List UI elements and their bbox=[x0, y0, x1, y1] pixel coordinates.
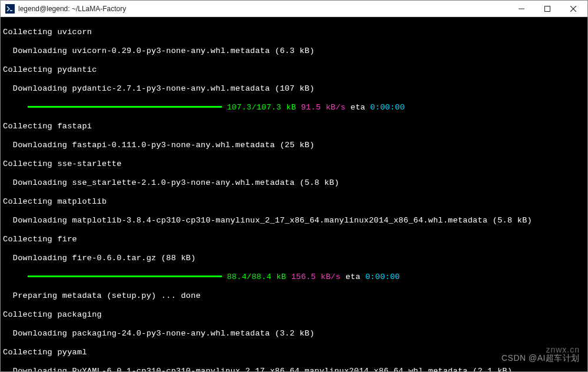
output-line: Downloading fastapi-0.111.0-py3-none-any… bbox=[3, 141, 585, 150]
output-line: Collecting matplotlib bbox=[3, 197, 585, 207]
eta-label: eta bbox=[346, 103, 370, 112]
output-line: Downloading uvicorn-0.29.0-py3-none-any.… bbox=[3, 46, 585, 56]
svg-rect-3 bbox=[545, 6, 550, 11]
progress-eta: 0:00:00 bbox=[370, 103, 405, 112]
eta-label: eta bbox=[341, 273, 366, 281]
svg-rect-0 bbox=[5, 4, 15, 14]
output-line: Preparing metadata (setup.py) ... done bbox=[3, 291, 585, 301]
terminal-output[interactable]: Collecting uvicorn Downloading uvicorn-0… bbox=[1, 17, 587, 371]
output-line: Collecting sse-starlette bbox=[3, 160, 585, 169]
output-line: Collecting pyyaml bbox=[3, 348, 585, 357]
progress-eta: 0:00:00 bbox=[366, 273, 400, 281]
progress-count: 107.3/107.3 kB bbox=[227, 103, 296, 112]
maximize-button[interactable] bbox=[534, 1, 560, 17]
output-line: Collecting fire bbox=[3, 235, 585, 244]
output-line: Collecting packaging bbox=[3, 310, 585, 320]
titlebar[interactable]: legend@legend: ~/LLaMA-Factory bbox=[1, 1, 587, 17]
progress-line: 88.4/88.4 kB 156.5 kB/s eta 0:00:00 bbox=[3, 273, 585, 282]
progress-speed: 91.5 kB/s bbox=[301, 103, 346, 112]
progress-count: 88.4/88.4 kB bbox=[227, 273, 286, 281]
output-line: Downloading fire-0.6.0.tar.gz (88 kB) bbox=[3, 254, 585, 263]
window-controls bbox=[509, 1, 586, 17]
close-button[interactable] bbox=[560, 1, 586, 17]
app-icon bbox=[5, 4, 15, 14]
progress-speed: 156.5 kB/s bbox=[291, 273, 341, 281]
terminal-window: legend@legend: ~/LLaMA-Factory Collectin… bbox=[0, 0, 588, 372]
output-line: Collecting uvicorn bbox=[3, 28, 585, 37]
progress-line: 107.3/107.3 kB 91.5 kB/s eta 0:00:00 bbox=[3, 103, 585, 112]
output-line: Collecting fastapi bbox=[3, 122, 585, 131]
output-line: Downloading sse_starlette-2.1.0-py3-none… bbox=[3, 178, 585, 188]
minimize-button[interactable] bbox=[509, 1, 534, 17]
window-title: legend@legend: ~/LLaMA-Factory bbox=[18, 5, 509, 13]
progress-bar-complete bbox=[28, 106, 222, 108]
progress-bar-complete bbox=[28, 275, 222, 277]
output-line: Downloading pydantic-2.7.1-py3-none-any.… bbox=[3, 84, 585, 94]
output-line: Downloading matplotlib-3.8.4-cp310-cp310… bbox=[3, 216, 585, 225]
output-line: Collecting pydantic bbox=[3, 65, 585, 75]
output-line: Downloading packaging-24.0-py3-none-any.… bbox=[3, 329, 585, 338]
output-line: Downloading PyYAML-6.0.1-cp310-cp310-man… bbox=[3, 367, 585, 371]
